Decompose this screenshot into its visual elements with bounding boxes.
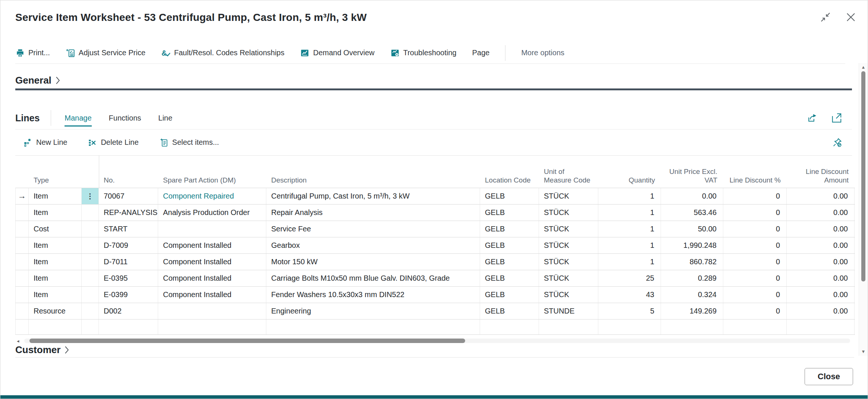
row-indicator-cell[interactable] (15, 221, 29, 237)
cell-description[interactable]: Engineering (266, 303, 480, 319)
tab-functions[interactable]: Functions (109, 107, 141, 129)
cell-unit-price[interactable]: 1,990.248 (661, 237, 723, 253)
row-menu-cell[interactable] (82, 270, 99, 286)
cell-line-discount-pct[interactable]: 0 (723, 287, 787, 303)
column-header-discamt[interactable]: Line Discount Amount (787, 167, 855, 188)
cell-location-code[interactable]: GELB (480, 303, 539, 319)
cell-no[interactable]: E-0395 (99, 270, 158, 286)
cell-no[interactable]: REP-ANALYSIS (99, 205, 158, 221)
cell-spare-part-action[interactable]: Component Installed (158, 287, 266, 303)
cell-spare-part-action[interactable]: Analysis Production Order (158, 205, 266, 221)
row-indicator-cell[interactable] (15, 303, 29, 319)
cell-no[interactable]: D002 (99, 303, 158, 319)
fault-resol-codes-relationships-button[interactable]: & Fault/Resol. Codes Relationships (161, 48, 285, 58)
cell-unit-of-measure[interactable] (539, 319, 598, 334)
cell-unit-of-measure[interactable]: STÜCK (539, 205, 598, 221)
cell-unit-of-measure[interactable]: STÜCK (539, 237, 598, 253)
cell-quantity[interactable]: 25 (598, 270, 661, 286)
row-menu-cell[interactable] (82, 221, 99, 237)
cell-line-discount-pct[interactable]: 0 (723, 254, 787, 270)
cell-description[interactable]: Centrifugal Pump, Cast Iron, 5 m³/h, 3 k… (266, 188, 480, 204)
cell-description[interactable] (266, 319, 480, 334)
row-menu-ellipsis-icon[interactable]: ⋮ (87, 188, 94, 204)
row-menu-cell[interactable] (82, 303, 99, 319)
cell-unit-of-measure[interactable]: STÜCK (539, 287, 598, 303)
print-button[interactable]: Print... (15, 48, 50, 58)
cell-line-discount-amount[interactable]: 0.00 (787, 254, 855, 270)
cell-no[interactable]: START (99, 221, 158, 237)
cell-line-discount-amount[interactable]: 0.00 (787, 287, 855, 303)
delete-line-button[interactable]: Delete Line (87, 138, 138, 147)
column-header-desc[interactable]: Description (266, 176, 480, 188)
cell-location-code[interactable]: GELB (480, 254, 539, 270)
cell-unit-of-measure[interactable]: STÜCK (539, 254, 598, 270)
cell-location-code[interactable]: GELB (480, 205, 539, 221)
scroll-up-icon[interactable]: ▲ (859, 65, 868, 70)
column-header-type[interactable]: Type (29, 176, 82, 188)
row-indicator-cell[interactable] (15, 237, 29, 253)
cell-line-discount-amount[interactable]: 0.00 (787, 221, 855, 237)
troubleshooting-button[interactable]: Troubleshooting (390, 48, 457, 58)
cell-line-discount-pct[interactable]: 0 (723, 270, 787, 286)
row-menu-cell[interactable] (82, 205, 99, 221)
cell-unit-price[interactable]: 50.00 (661, 221, 723, 237)
spare-part-action-link[interactable]: Component Repaired (163, 192, 234, 200)
cell-line-discount-pct[interactable]: 0 (723, 221, 787, 237)
more-options-button[interactable]: More options (521, 49, 564, 57)
row-indicator-cell[interactable] (15, 287, 29, 303)
cell-spare-part-action[interactable]: Component Installed (158, 254, 266, 270)
popout-icon[interactable] (831, 112, 842, 124)
cell-description[interactable]: Repair Analysis (266, 205, 480, 221)
cell-quantity[interactable]: 1 (598, 237, 661, 253)
horizontal-scrollbar-thumb[interactable] (29, 339, 465, 343)
cell-quantity[interactable]: 1 (598, 188, 661, 204)
cell-type[interactable]: Item (29, 188, 82, 204)
customer-section-header[interactable]: Customer (15, 344, 69, 356)
cell-type[interactable]: Item (29, 237, 82, 253)
cell-unit-price[interactable] (661, 319, 723, 334)
cell-spare-part-action[interactable]: Component Installed (158, 270, 266, 286)
cell-line-discount-pct[interactable] (723, 319, 787, 334)
share-icon[interactable] (806, 112, 818, 124)
cell-type[interactable] (29, 319, 82, 334)
cell-unit-of-measure[interactable]: STÜCK (539, 270, 598, 286)
cell-line-discount-pct[interactable]: 0 (723, 303, 787, 319)
tab-line[interactable]: Line (158, 107, 172, 129)
cell-no[interactable]: D-7011 (99, 254, 158, 270)
cell-unit-of-measure[interactable]: STUNDE (539, 303, 598, 319)
cell-line-discount-amount[interactable]: 0.00 (787, 188, 855, 204)
demand-overview-button[interactable]: Demand Overview (300, 48, 375, 58)
row-menu-cell[interactable] (82, 237, 99, 253)
scroll-left-icon[interactable]: ◂ (17, 338, 19, 344)
cell-unit-price[interactable]: 563.46 (661, 205, 723, 221)
cell-type[interactable]: Item (29, 287, 82, 303)
cell-unit-price[interactable]: 0.00 (661, 188, 723, 204)
cell-description[interactable]: Motor 150 kW (266, 254, 480, 270)
cell-no[interactable]: E-0399 (99, 287, 158, 303)
row-indicator-cell[interactable]: → (15, 188, 29, 204)
cell-quantity[interactable]: 1 (598, 221, 661, 237)
row-indicator-cell[interactable] (15, 319, 29, 334)
cell-location-code[interactable]: GELB (480, 270, 539, 286)
select-items-button[interactable]: Select items... (159, 138, 219, 147)
cell-unit-of-measure[interactable]: STÜCK (539, 188, 598, 204)
close-icon[interactable] (845, 12, 856, 23)
cell-no[interactable]: D-7009 (99, 237, 158, 253)
general-section-header[interactable]: General (15, 75, 60, 86)
cell-no[interactable] (99, 319, 158, 334)
page-menu-button[interactable]: Page (472, 49, 490, 57)
collapse-window-icon[interactable] (820, 12, 831, 23)
row-indicator-cell[interactable] (15, 254, 29, 270)
scroll-down-icon[interactable]: ▼ (859, 349, 868, 354)
vertical-scrollbar-thumb[interactable] (861, 71, 865, 281)
cell-spare-part-action[interactable] (158, 319, 266, 334)
cell-quantity[interactable]: 5 (598, 303, 661, 319)
column-header-spare[interactable]: Spare Part Action (DM) (158, 176, 266, 188)
cell-spare-part-action[interactable] (158, 303, 266, 319)
cell-unit-price[interactable]: 0.289 (661, 270, 723, 286)
cell-quantity[interactable]: 1 (598, 205, 661, 221)
cell-type[interactable]: Cost (29, 221, 82, 237)
cell-location-code[interactable]: GELB (480, 188, 539, 204)
cell-line-discount-pct[interactable]: 0 (723, 237, 787, 253)
cell-location-code[interactable]: GELB (480, 287, 539, 303)
